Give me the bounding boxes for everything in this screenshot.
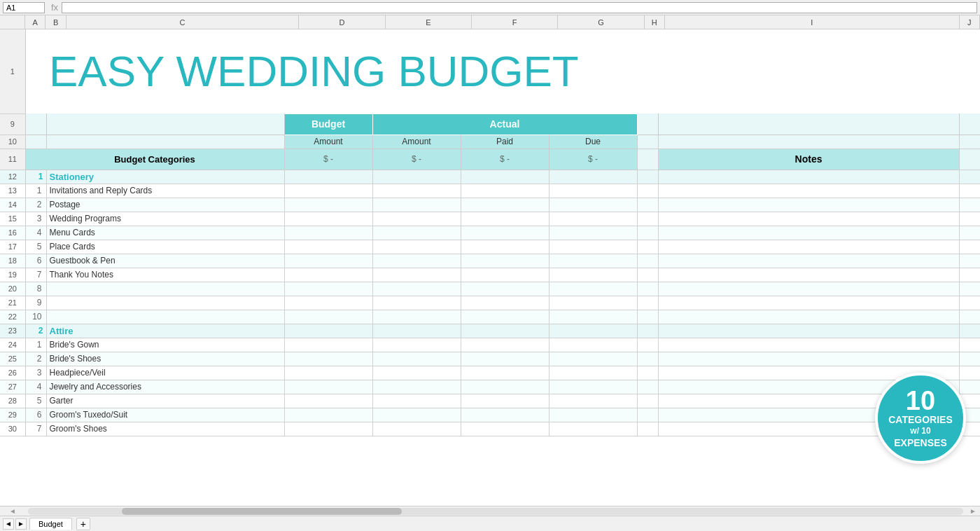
cell-g26[interactable] — [549, 366, 637, 380]
cell-i17[interactable] — [658, 240, 959, 254]
cell-i16[interactable] — [658, 226, 959, 240]
cell-f26[interactable] — [461, 366, 549, 380]
cell-i21[interactable] — [658, 296, 959, 310]
scrollbar-track[interactable] — [28, 508, 963, 515]
cell-d24[interactable] — [284, 338, 372, 352]
col-header-a[interactable]: A — [25, 15, 46, 29]
cell-f28[interactable] — [461, 394, 549, 408]
cell-f17[interactable] — [461, 240, 549, 254]
tab-prev-arrow[interactable]: ◄ — [3, 518, 14, 530]
cell-g29[interactable] — [549, 408, 637, 422]
name-box[interactable] — [3, 2, 45, 13]
scroll-left-arrow[interactable]: ◄ — [0, 507, 25, 515]
horizontal-scrollbar[interactable]: ◄ ► — [0, 506, 980, 516]
cell-g22[interactable] — [549, 310, 637, 324]
cell-i22[interactable] — [658, 310, 959, 324]
col-header-j[interactable]: J — [960, 15, 980, 29]
cell-e16[interactable] — [372, 226, 461, 240]
cell-i15[interactable] — [658, 212, 959, 226]
cell-g24[interactable] — [549, 338, 637, 352]
cell-e13[interactable] — [372, 184, 461, 198]
cell-f21[interactable] — [461, 296, 549, 310]
cell-f13[interactable] — [461, 184, 549, 198]
cell-i25[interactable] — [658, 352, 959, 366]
col-header-g[interactable]: G — [558, 15, 644, 29]
cell-d16[interactable] — [284, 226, 372, 240]
cell-e18[interactable] — [372, 254, 461, 268]
cell-i19[interactable] — [658, 268, 959, 282]
cell-d14[interactable] — [284, 198, 372, 212]
scroll-right-arrow[interactable]: ► — [966, 507, 980, 515]
cell-e17[interactable] — [372, 240, 461, 254]
cell-d13[interactable] — [284, 184, 372, 198]
cell-e25[interactable] — [372, 352, 461, 366]
item-name-13[interactable]: Invitations and Reply Cards — [46, 184, 284, 198]
cell-g28[interactable] — [549, 394, 637, 408]
cell-c20[interactable] — [46, 282, 284, 296]
cell-d26[interactable] — [284, 366, 372, 380]
cell-d25[interactable] — [284, 352, 372, 366]
cell-i24[interactable] — [658, 338, 959, 352]
item-name-28[interactable]: Garter — [46, 394, 284, 408]
item-name-17[interactable]: Place Cards — [46, 240, 284, 254]
cell-f14[interactable] — [461, 198, 549, 212]
col-header-d[interactable]: D — [299, 15, 385, 29]
cell-e21[interactable] — [372, 296, 461, 310]
cell-d17[interactable] — [284, 240, 372, 254]
cell-e30[interactable] — [372, 422, 461, 436]
cell-f16[interactable] — [461, 226, 549, 240]
cell-f29[interactable] — [461, 408, 549, 422]
cell-d19[interactable] — [284, 268, 372, 282]
cell-e26[interactable] — [372, 366, 461, 380]
cell-g18[interactable] — [549, 254, 637, 268]
item-name-27[interactable]: Jewelry and Accessories — [46, 380, 284, 394]
cell-i20[interactable] — [658, 282, 959, 296]
cell-g27[interactable] — [549, 380, 637, 394]
cell-g17[interactable] — [549, 240, 637, 254]
col-header-c[interactable]: C — [66, 15, 300, 29]
cell-d22[interactable] — [284, 310, 372, 324]
cell-d30[interactable] — [284, 422, 372, 436]
col-header-b[interactable]: B — [46, 15, 66, 29]
col-header-h[interactable]: H — [645, 15, 665, 29]
item-name-26[interactable]: Headpiece/Veil — [46, 366, 284, 380]
cell-d29[interactable] — [284, 408, 372, 422]
cell-g19[interactable] — [549, 268, 637, 282]
item-name-30[interactable]: Groom's Shoes — [46, 422, 284, 436]
tab-next-arrow[interactable]: ► — [15, 518, 27, 530]
col-header-f[interactable]: F — [472, 15, 558, 29]
cell-g13[interactable] — [549, 184, 637, 198]
item-name-18[interactable]: Guestbook & Pen — [46, 254, 284, 268]
cell-c21[interactable] — [46, 296, 284, 310]
cell-d27[interactable] — [284, 380, 372, 394]
cell-e24[interactable] — [372, 338, 461, 352]
cell-c22[interactable] — [46, 310, 284, 324]
item-name-29[interactable]: Groom's Tuxedo/Suit — [46, 408, 284, 422]
cell-e20[interactable] — [372, 282, 461, 296]
budget-tab[interactable]: Budget — [29, 518, 72, 530]
cell-d18[interactable] — [284, 254, 372, 268]
col-header-i[interactable]: I — [665, 15, 960, 29]
item-name-15[interactable]: Wedding Programs — [46, 212, 284, 226]
cell-e14[interactable] — [372, 198, 461, 212]
cell-g14[interactable] — [549, 198, 637, 212]
cell-e15[interactable] — [372, 212, 461, 226]
cell-i14[interactable] — [658, 198, 959, 212]
cell-i18[interactable] — [658, 254, 959, 268]
cell-f20[interactable] — [461, 282, 549, 296]
cell-d21[interactable] — [284, 296, 372, 310]
item-name-25[interactable]: Bride's Shoes — [46, 352, 284, 366]
cell-f18[interactable] — [461, 254, 549, 268]
formula-input[interactable] — [62, 2, 977, 13]
cell-f27[interactable] — [461, 380, 549, 394]
cell-i13[interactable] — [658, 184, 959, 198]
scrollbar-thumb[interactable] — [122, 508, 402, 515]
cell-f30[interactable] — [461, 422, 549, 436]
item-name-19[interactable]: Thank You Notes — [46, 268, 284, 282]
cell-e22[interactable] — [372, 310, 461, 324]
item-name-16[interactable]: Menu Cards — [46, 226, 284, 240]
item-name-24[interactable]: Bride's Gown — [46, 338, 284, 352]
cell-e27[interactable] — [372, 380, 461, 394]
cell-g20[interactable] — [549, 282, 637, 296]
cell-e29[interactable] — [372, 408, 461, 422]
